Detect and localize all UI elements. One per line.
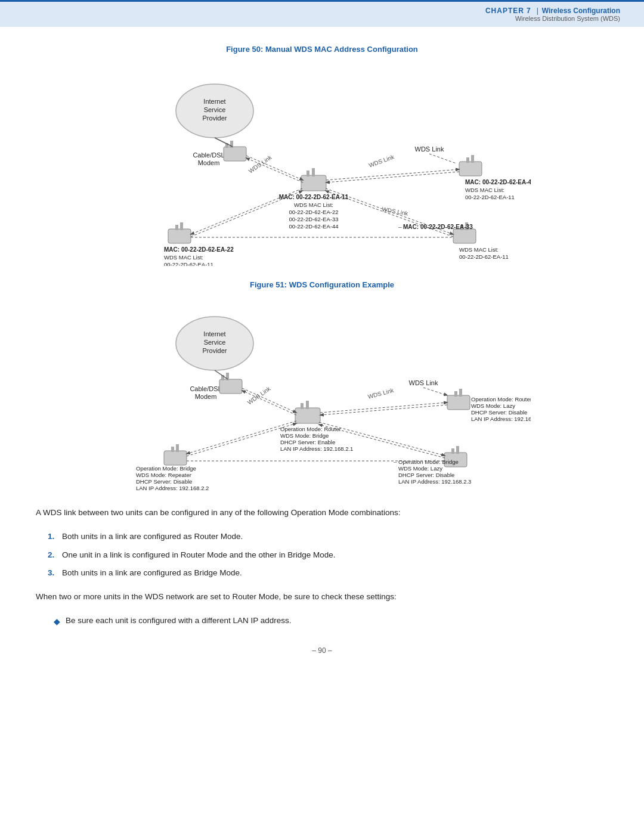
svg-text:WDS MAC List:: WDS MAC List: [465,187,504,193]
svg-text:00-22-2D-62-EA-11: 00-22-2D-62-EA-11 [164,261,213,266]
svg-line-9 [215,138,233,147]
figure50-svg: Internet Service Provider Cable/DSL Mode… [113,63,531,266]
svg-text:WDS Mode: Bridge: WDS Mode: Bridge [280,432,329,439]
svg-rect-35 [180,222,183,230]
svg-line-103 [319,425,445,458]
svg-rect-12 [312,168,315,176]
figure51-diagram: Internet Service Provider Cable/DSL Mode… [36,299,608,496]
list-num-2: 2. [48,549,62,562]
svg-rect-74 [459,389,462,397]
svg-rect-21 [466,157,469,163]
list-item-2: 2. One unit in a link is configured in R… [48,549,608,562]
svg-rect-20 [459,162,482,176]
svg-rect-65 [295,408,320,423]
svg-rect-33 [168,229,191,243]
svg-text:Operation Mode: Router: Operation Mode: Router [280,426,341,432]
body-intro: A WDS link between two units can be conf… [36,506,608,519]
svg-line-84 [320,405,447,415]
list-num-1: 1. [48,530,62,543]
svg-text:Service: Service [204,106,226,113]
bullet-item-1: ◆ Be sure each unit is configured with a… [54,614,608,628]
svg-text:WDS Mode: Repeater: WDS Mode: Repeater [136,472,191,478]
bullet-list: ◆ Be sure each unit is configured with a… [54,614,608,628]
svg-text:00-22-2D-62-EA-33: 00-22-2D-62-EA-33 [289,216,339,222]
svg-text:WDS Link: WDS Link [368,153,395,169]
svg-text:Internet: Internet [203,98,225,105]
svg-rect-96 [456,446,459,454]
svg-text:MAC: 00-22-2D-62-EA-22: MAC: 00-22-2D-62-EA-22 [164,246,234,253]
svg-text:Operation Mode: Router: Operation Mode: Router [471,396,531,402]
numbered-list: 1. Both units in a link are configured a… [48,530,608,580]
svg-text:Service: Service [204,339,226,346]
svg-rect-66 [301,403,304,409]
svg-rect-34 [175,225,178,230]
svg-text:MAC: 00-22-2D-62-EA-33: MAC: 00-22-2D-62-EA-33 [403,224,473,230]
svg-text:Provider: Provider [203,114,227,122]
svg-line-83 [320,402,447,413]
page-content: Figure 50: Manual WDS MAC Address Config… [0,27,644,673]
svg-text:DHCP Server: Disable: DHCP Server: Disable [136,478,192,485]
svg-text:Cable/DSL: Cable/DSL [193,151,224,159]
page-number: – 90 – [36,646,608,655]
svg-rect-95 [451,448,454,454]
svg-text:–: – [394,459,397,465]
svg-line-43 [326,169,459,180]
svg-text:WDS Link: WDS Link [415,145,444,153]
svg-text:WDS Mode: Lazy: WDS Mode: Lazy [471,402,515,409]
list-text-2: One unit in a link is configured in Rout… [62,549,336,562]
svg-line-49 [191,191,302,237]
svg-text:DHCP Server: Disable: DHCP Server: Disable [471,409,527,416]
svg-text:WDS MAC List:: WDS MAC List: [164,254,203,261]
svg-rect-6 [224,147,246,161]
svg-text:DHCP Server: Disable: DHCP Server: Disable [398,472,454,478]
svg-rect-59 [219,379,242,394]
svg-text:00-22-2D-62-EA-22: 00-22-2D-62-EA-22 [289,209,339,215]
figure50-caption: Figure 50: Manual WDS MAC Address Config… [36,45,608,54]
list-text-3: Both units in a link are configured as B… [62,566,242,580]
list-text-1: Both units in a link are configured as R… [62,530,243,543]
svg-rect-72 [447,395,470,410]
svg-text:LAN IP Address: 192.168.2.1: LAN IP Address: 192.168.2.1 [280,445,353,452]
svg-text:MAC: 00-22-2D-62-EA-44: MAC: 00-22-2D-62-EA-44 [465,179,531,185]
svg-text:DHCP Server: Enable: DHCP Server: Enable [280,439,335,445]
list-item-3: 3. Both units in a link are configured a… [48,566,608,580]
svg-text:WDS Link: WDS Link [246,385,273,406]
svg-text:LAN IP Address: 192.168.2.3: LAN IP Address: 192.168.2.3 [398,478,471,485]
svg-text:WDS Link: WDS Link [367,387,395,400]
svg-text:00-22-2D-62-EA-11: 00-22-2D-62-EA-11 [459,253,509,260]
svg-text:00-22-2D-62-EA-11: 00-22-2D-62-EA-11 [465,194,515,200]
svg-rect-22 [471,155,474,163]
list-num-3: 3. [48,566,62,580]
svg-text:WDS Link: WDS Link [409,379,438,386]
page-header: CHAPTER 7 | Wireless Configuration Wirel… [0,0,644,27]
svg-line-48 [191,188,302,234]
svg-text:WDS MAC List:: WDS MAC List: [459,246,499,253]
svg-text:Modem: Modem [198,159,220,166]
svg-rect-86 [171,447,174,452]
svg-rect-8 [230,141,233,148]
svg-text:Internet: Internet [203,330,225,337]
figure50-diagram: Internet Service Provider Cable/DSL Mode… [36,63,608,266]
header-title: Wireless Configuration [542,7,620,15]
svg-rect-11 [306,171,309,176]
svg-text:LAN IP Address: 192.168.2.2: LAN IP Address: 192.168.2.2 [136,485,209,491]
svg-text:WDS Mode: Lazy: WDS Mode: Lazy [398,465,442,472]
svg-text:WDS MAC List:: WDS MAC List: [294,202,333,208]
figure51-svg: Internet Service Provider Cable/DSL Mode… [113,299,531,496]
header-subtitle: Wireless Distribution System (WDS) [485,15,620,22]
svg-text:Operation Mode: Bridge: Operation Mode: Bridge [398,459,459,465]
svg-text:Provider: Provider [203,347,227,354]
svg-rect-85 [164,451,187,465]
svg-text:–: – [398,224,402,230]
bullet-text-1: Be sure each unit is configured with a d… [66,614,291,627]
svg-text:WDS Link: WDS Link [382,206,410,217]
svg-rect-87 [176,444,179,452]
svg-text:MAC: 00-22-2D-62-EA-11: MAC: 00-22-2D-62-EA-11 [279,194,349,200]
list-item-1: 1. Both units in a link are configured a… [48,530,608,543]
figure51-caption: Figure 51: WDS Configuration Example [36,280,608,289]
svg-line-19 [429,154,456,163]
chapter-num: 7 [527,7,531,15]
chapter-label: CHAPTER [485,7,524,15]
svg-text:Cable/DSL: Cable/DSL [190,385,221,392]
svg-rect-67 [306,401,309,409]
